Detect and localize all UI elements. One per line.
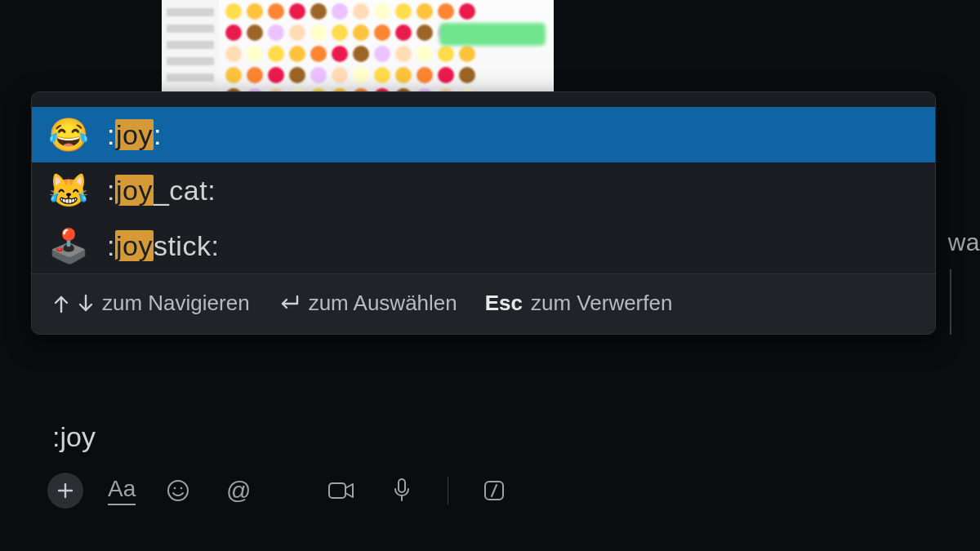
hint-select-label: zum Auswählen <box>309 291 457 316</box>
enter-key-icon <box>278 295 301 313</box>
svg-rect-3 <box>329 483 345 498</box>
emoji-icon <box>166 478 190 503</box>
format-button[interactable]: Aa <box>108 476 136 505</box>
attach-button[interactable] <box>47 473 83 509</box>
composer-input[interactable]: :joy <box>41 402 972 468</box>
suggest-footer: zum Navigieren zum Auswählen Esc zum Ver… <box>32 273 935 334</box>
video-icon <box>327 480 355 501</box>
at-icon: @ <box>226 477 251 504</box>
format-text-label: Aa <box>108 476 136 502</box>
attached-image <box>162 0 554 91</box>
hint-navigate: zum Navigieren <box>53 291 250 316</box>
suggest-emoji: 😹 <box>48 174 89 207</box>
arrow-down-icon <box>78 294 94 313</box>
hint-dismiss-label: zum Verwerfen <box>531 291 672 316</box>
emoji-button[interactable] <box>160 473 196 509</box>
mic-icon <box>392 478 412 504</box>
suggest-item[interactable]: 😂:joy: <box>32 107 935 162</box>
svg-rect-4 <box>399 479 405 492</box>
suggest-emoji: 😂 <box>48 118 89 151</box>
divider <box>950 269 951 335</box>
hint-dismiss-key: Esc <box>485 291 523 316</box>
shortcuts-icon <box>483 479 506 502</box>
suggest-code: :joy: <box>107 119 162 151</box>
svg-point-0 <box>168 481 188 500</box>
hint-select: zum Auswählen <box>278 291 457 316</box>
svg-point-1 <box>174 487 176 490</box>
suggest-item[interactable]: 🕹️:joystick: <box>32 218 935 273</box>
arrow-up-icon <box>53 294 69 313</box>
hint-navigate-label: zum Navigieren <box>102 291 250 316</box>
video-button[interactable] <box>323 473 359 509</box>
hint-dismiss: Esc zum Verwerfen <box>485 291 673 316</box>
shortcuts-button[interactable] <box>476 473 512 509</box>
plus-icon <box>56 482 74 500</box>
suggest-code: :joy_cat: <box>107 175 216 207</box>
audio-button[interactable] <box>384 473 420 509</box>
composer-toolbar: Aa @ <box>41 468 972 513</box>
suggest-emoji: 🕹️ <box>48 229 89 262</box>
mention-button[interactable]: @ <box>220 473 256 509</box>
message-composer[interactable]: :joy Aa @ <box>41 402 972 513</box>
clipped-text: wa <box>948 229 980 256</box>
suggest-item[interactable]: 😹:joy_cat: <box>32 162 935 218</box>
toolbar-divider <box>448 477 448 504</box>
suggest-code: :joystick: <box>107 230 219 262</box>
svg-point-2 <box>180 487 183 490</box>
emoji-suggest-popup: 😂:joy:😹:joy_cat:🕹️:joystick: zum Navigie… <box>31 91 936 335</box>
